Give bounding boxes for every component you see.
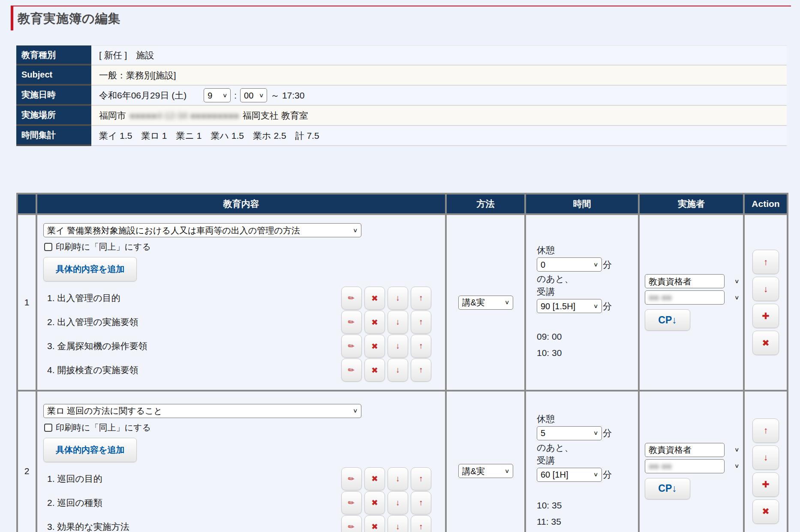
cp-copy-button[interactable]: CP↓ xyxy=(645,309,690,331)
delete-item-button[interactable]: ✖ xyxy=(364,287,385,310)
row-number: 1 xyxy=(17,214,36,391)
arrow-down-icon: ↓ xyxy=(396,498,400,508)
edu-row-2: 2 業ロ 巡回の方法に関すること 印刷時に「同上」にする 具体的内容を追加 1.… xyxy=(17,391,788,532)
method-select[interactable]: 講&実 xyxy=(458,464,513,478)
info-label: Subject xyxy=(16,66,91,86)
delete-item-button[interactable]: ✖ xyxy=(364,515,385,532)
edit-item-button[interactable]: ✎ xyxy=(341,335,362,358)
row-add-button[interactable]: ✚ xyxy=(752,304,779,328)
break-minutes-select[interactable]: 5 xyxy=(537,426,602,440)
header-time: 時間 xyxy=(525,194,639,214)
arrow-down-icon: ↓ xyxy=(396,317,400,327)
arrow-up-icon: ↑ xyxy=(419,498,423,508)
table-header-row: 教育内容 方法 時間 実施者 Action xyxy=(17,194,788,214)
content-item: 2. 巡回の種類 ✎ ✖ ↓ ↑ xyxy=(43,491,431,514)
info-row-education-type: 教育種別 [ 新任 ] 施設 xyxy=(16,45,787,66)
delete-icon: ✖ xyxy=(371,317,378,327)
print-same-checkbox[interactable] xyxy=(44,243,52,251)
end-time: 10: 30 xyxy=(537,345,638,361)
move-item-down-button[interactable]: ↓ xyxy=(388,335,408,358)
info-row-hours-total: 時間集計 業イ 1.5 業ロ 1 業ニ 1 業ハ 1.5 業ホ 2.5 計 7.… xyxy=(16,126,787,146)
edit-item-button[interactable]: ✎ xyxy=(341,311,362,334)
pencil-icon: ✎ xyxy=(346,365,357,376)
instructor-role-select[interactable]: 教責資格者 xyxy=(645,274,725,288)
row-number: 2 xyxy=(17,391,36,532)
header-instructor: 実施者 xyxy=(639,194,744,214)
hours-total-value: 業イ 1.5 業ロ 1 業ニ 1 業ハ 1.5 業ホ 2.5 計 7.5 xyxy=(99,130,319,142)
attend-minutes-select[interactable]: 90 [1.5H] xyxy=(537,299,602,313)
plus-icon: ✚ xyxy=(762,311,770,321)
info-label: 教育種別 xyxy=(16,45,91,66)
subject-select[interactable]: 業イ 警備業務対象施設における人又は車両等の出入の管理の方法 xyxy=(43,223,361,237)
end-time-value: ～ 17:30 xyxy=(271,90,304,102)
row-move-up-button[interactable]: ↑ xyxy=(752,418,779,443)
print-same-checkbox[interactable] xyxy=(44,424,52,432)
info-label: 実施日時 xyxy=(16,86,91,106)
move-item-up-button[interactable]: ↑ xyxy=(411,287,431,310)
header-method: 方法 xyxy=(446,194,525,214)
add-detail-button[interactable]: 具体的内容を追加 xyxy=(43,438,137,462)
summary-table: 教育種別 [ 新任 ] 施設 Subject 一般：業務別[施設] 実施日時 令… xyxy=(16,45,787,146)
header-content: 教育内容 xyxy=(36,194,446,214)
arrow-down-icon: ↓ xyxy=(396,522,400,532)
info-row-subject: Subject 一般：業務別[施設] xyxy=(16,66,787,86)
edit-item-button[interactable]: ✎ xyxy=(341,515,362,532)
delete-item-button[interactable]: ✖ xyxy=(364,311,385,334)
delete-icon: ✖ xyxy=(371,365,378,375)
move-item-down-button[interactable]: ↓ xyxy=(388,491,408,514)
row-add-button[interactable]: ✚ xyxy=(752,472,779,497)
delete-item-button[interactable]: ✖ xyxy=(364,491,385,514)
delete-item-button[interactable]: ✖ xyxy=(364,467,385,490)
break-minutes-select[interactable]: 0 xyxy=(537,257,602,272)
arrow-down-icon: ↓ xyxy=(764,452,768,462)
row-move-down-button[interactable]: ↓ xyxy=(752,277,779,301)
add-detail-button[interactable]: 具体的内容を追加 xyxy=(43,257,137,281)
subject-select[interactable]: 業ロ 巡回の方法に関すること xyxy=(43,404,361,418)
edit-item-button[interactable]: ✎ xyxy=(341,287,362,310)
move-item-down-button[interactable]: ↓ xyxy=(388,467,408,490)
location-branch: 福岡支社 教育室 xyxy=(243,110,308,122)
move-item-down-button[interactable]: ↓ xyxy=(388,359,408,382)
start-minute-select[interactable]: 00 xyxy=(240,88,267,102)
move-item-up-button[interactable]: ↑ xyxy=(411,311,431,334)
move-item-down-button[interactable]: ↓ xyxy=(388,287,408,310)
attend-label: 受講 xyxy=(537,285,638,298)
instructor-role-select[interactable]: 教責資格者 xyxy=(645,443,725,457)
location-redacted: ●●●●●4-12-34 ●●●●●●●●● xyxy=(129,111,239,121)
item-text: 3. 効果的な実施方法 xyxy=(47,521,129,532)
edit-item-button[interactable]: ✎ xyxy=(341,359,362,382)
move-item-up-button[interactable]: ↑ xyxy=(411,515,431,532)
content-item: 2. 出入管理の実施要領 ✎ ✖ ↓ ↑ xyxy=(43,311,431,334)
edit-item-button[interactable]: ✎ xyxy=(341,467,362,490)
break-label: 休憩 xyxy=(537,244,638,257)
item-text: 4. 開披検査の実施要領 xyxy=(47,364,138,376)
red-accent-bar xyxy=(11,6,13,30)
move-item-up-button[interactable]: ↑ xyxy=(411,491,431,514)
arrow-up-icon: ↑ xyxy=(419,293,423,303)
instructor-name-select[interactable]: ●● ●● xyxy=(645,459,725,473)
row-delete-button[interactable]: ✖ xyxy=(752,331,779,355)
method-select[interactable]: 講&実 xyxy=(458,296,513,310)
edit-item-button[interactable]: ✎ xyxy=(341,491,362,514)
move-item-up-button[interactable]: ↑ xyxy=(411,467,431,490)
delete-icon: ✖ xyxy=(762,506,770,516)
delete-item-button[interactable]: ✖ xyxy=(364,335,385,358)
item-text: 3. 金属探知機の操作要領 xyxy=(47,340,147,352)
item-text: 1. 出入管理の目的 xyxy=(47,292,120,304)
move-item-down-button[interactable]: ↓ xyxy=(388,515,408,532)
attend-minutes-select[interactable]: 60 [1H] xyxy=(537,468,602,482)
pencil-icon: ✎ xyxy=(346,497,357,508)
move-item-up-button[interactable]: ↑ xyxy=(411,335,431,358)
row-delete-button[interactable]: ✖ xyxy=(752,499,779,524)
start-hour-select[interactable]: 9 xyxy=(204,88,231,102)
row-move-down-button[interactable]: ↓ xyxy=(752,445,779,470)
delete-item-button[interactable]: ✖ xyxy=(364,359,385,382)
cp-copy-button[interactable]: CP↓ xyxy=(645,478,690,499)
row-move-up-button[interactable]: ↑ xyxy=(752,250,779,274)
move-item-down-button[interactable]: ↓ xyxy=(388,311,408,334)
content-item: 3. 効果的な実施方法 ✎ ✖ ↓ ↑ xyxy=(43,515,431,532)
info-row-datetime: 実施日時 令和6年06月29日 (土) 9 : 00 ～ 17:30 xyxy=(16,86,787,106)
move-item-up-button[interactable]: ↑ xyxy=(411,359,431,382)
info-label: 実施場所 xyxy=(16,106,91,126)
instructor-name-select[interactable]: ●● ●● xyxy=(645,290,725,305)
